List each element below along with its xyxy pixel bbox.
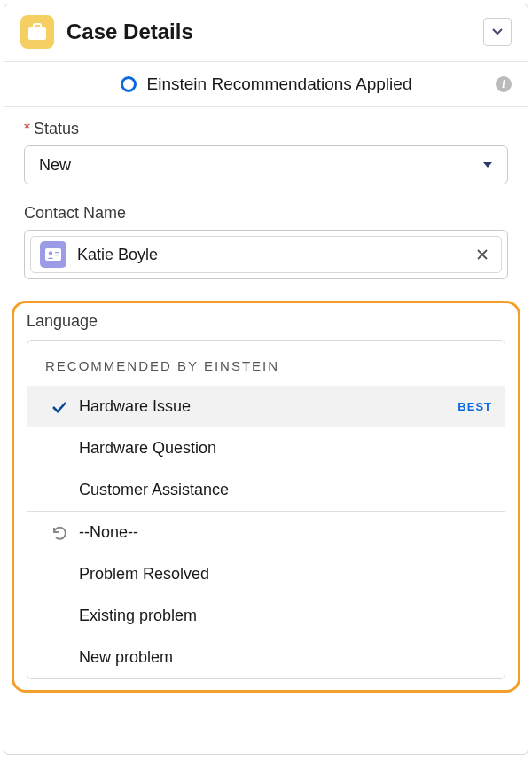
dropdown-option-label: --None-- xyxy=(79,523,492,542)
dropdown-group-header: Recommended by Einstein xyxy=(27,341,505,386)
dropdown-option-label: Hardware Question xyxy=(79,439,492,458)
chevron-down-icon xyxy=(482,161,493,168)
contact-chip: Katie Boyle xyxy=(30,236,502,273)
close-icon xyxy=(476,248,489,261)
svg-rect-0 xyxy=(28,27,46,40)
contact-label: Contact Name xyxy=(24,204,508,223)
language-highlight-box: Language Recommended by Einstein Hardwar… xyxy=(12,301,520,693)
panel-title: Case Details xyxy=(66,20,483,44)
dropdown-option-hardware-question[interactable]: Hardware Question xyxy=(27,427,505,469)
status-select[interactable]: New xyxy=(24,145,508,184)
case-details-panel: Case Details Einstein Recommendations Ap… xyxy=(4,4,528,755)
undo-icon xyxy=(51,524,68,542)
clear-contact-button[interactable] xyxy=(473,248,492,261)
contact-name: Katie Boyle xyxy=(77,246,473,264)
check-icon xyxy=(51,401,67,413)
language-label: Language xyxy=(27,312,505,331)
dropdown-option-label: Customer Assistance xyxy=(79,481,492,499)
dropdown-option-label: Problem Resolved xyxy=(79,565,492,584)
chevron-down-icon xyxy=(492,28,503,35)
dropdown-option-none[interactable]: --None-- xyxy=(27,512,505,553)
dropdown-option-hardware-issue[interactable]: Hardware Issue BEST xyxy=(27,386,505,427)
dropdown-option-new-problem[interactable]: New problem xyxy=(27,637,505,678)
svg-point-3 xyxy=(49,251,52,255)
dropdown-option-customer-assistance[interactable]: Customer Assistance xyxy=(27,469,505,511)
panel-body: *Status New Contact Name K xyxy=(4,107,528,279)
collapse-button[interactable] xyxy=(483,18,512,46)
status-value: New xyxy=(39,156,482,175)
briefcase-icon xyxy=(20,15,54,49)
dropdown-option-problem-resolved[interactable]: Problem Resolved xyxy=(27,553,505,595)
dropdown-option-label: Hardware Issue xyxy=(79,397,449,416)
dropdown-option-label: Existing problem xyxy=(79,607,492,625)
dropdown-option-label: New problem xyxy=(79,648,492,667)
einstein-applied-label: Einstein Recommendations Applied xyxy=(147,74,412,94)
required-asterisk: * xyxy=(24,120,30,137)
svg-rect-1 xyxy=(34,24,41,28)
svg-rect-4 xyxy=(55,252,59,253)
svg-rect-5 xyxy=(55,255,59,255)
status-label: *Status xyxy=(24,120,508,138)
contact-icon xyxy=(40,241,66,268)
panel-header: Case Details xyxy=(4,4,528,62)
language-dropdown: Recommended by Einstein Hardware Issue B… xyxy=(27,340,505,679)
contact-input[interactable]: Katie Boyle xyxy=(24,230,508,279)
einstein-radio-icon xyxy=(121,76,137,92)
dropdown-option-existing-problem[interactable]: Existing problem xyxy=(27,595,505,637)
best-badge: BEST xyxy=(458,400,492,413)
info-icon[interactable]: i xyxy=(496,76,512,92)
einstein-applied-bar: Einstein Recommendations Applied i xyxy=(4,62,528,107)
